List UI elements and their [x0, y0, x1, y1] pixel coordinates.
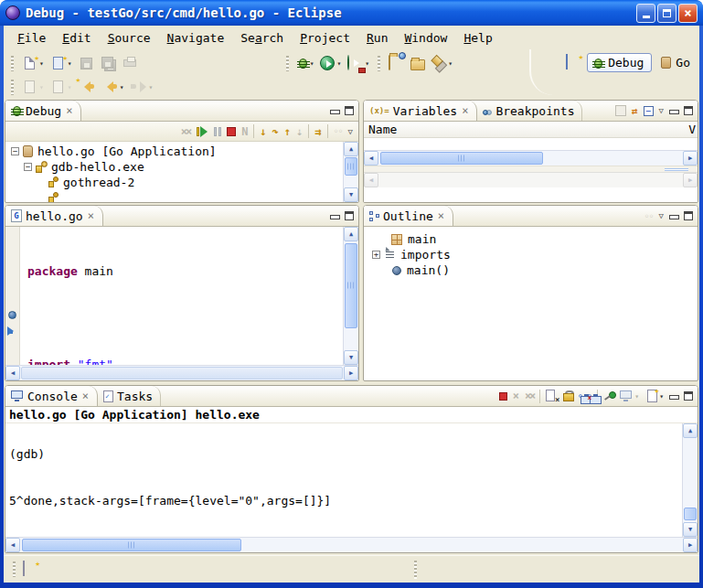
minimize-view-button[interactable] — [669, 392, 678, 401]
hscroll-thumb[interactable] — [22, 539, 241, 551]
variables-column-header[interactable]: Name V — [364, 122, 698, 138]
maximize-view-button[interactable] — [345, 106, 354, 115]
tab-hello-go[interactable]: G hello.go × — [5, 206, 103, 226]
dropdown-icon[interactable]: ▾ — [634, 392, 639, 401]
previous-annotation-button[interactable]: ▾ — [48, 78, 74, 97]
dropdown-icon[interactable]: ▾ — [659, 392, 664, 401]
scroll-left-button[interactable]: ◀ — [364, 151, 378, 166]
console-output[interactable]: (gdb) 5^done,stack-args=[frame={level="0… — [5, 423, 682, 537]
menu-file[interactable]: File — [9, 28, 54, 48]
disconnect-button[interactable]: N — [241, 125, 248, 138]
tab-debug[interactable]: Debug × — [5, 101, 81, 121]
detail-pane[interactable] — [364, 187, 698, 202]
scroll-left-button[interactable]: ◀ — [5, 366, 20, 380]
terminate-button[interactable] — [499, 392, 507, 401]
close-icon[interactable]: × — [437, 209, 445, 222]
code-line[interactable]: package main — [27, 263, 343, 279]
column-value-partial[interactable]: V — [688, 123, 696, 136]
hscroll-thumb[interactable] — [21, 367, 343, 380]
show-stderr-button[interactable]: × — [588, 394, 591, 398]
tab-console[interactable]: Console × — [5, 386, 98, 406]
scroll-down-button[interactable]: ▼ — [344, 187, 358, 202]
maximize-view-button[interactable] — [684, 211, 693, 220]
fast-view-button[interactable]: ★ — [23, 561, 38, 577]
console-hscrollbar[interactable]: ◀ ▶ — [5, 537, 698, 552]
save-all-button[interactable] — [99, 54, 118, 73]
scroll-up-button[interactable]: ▲ — [683, 423, 698, 438]
variables-hscrollbar[interactable]: ◀ ▶ — [364, 150, 698, 166]
menu-help[interactable]: Help — [455, 28, 500, 48]
maximize-view-button[interactable] — [684, 106, 693, 115]
tree-row-launch[interactable]: − hello.go [Go Application] — [5, 144, 343, 159]
pin-console-button[interactable] — [603, 390, 614, 401]
forward-button[interactable]: ▾ — [128, 79, 154, 95]
minimize-view-button[interactable] — [330, 107, 339, 115]
editor-vscrollbar[interactable]: ▲ ▼ — [343, 227, 358, 365]
dropdown-icon[interactable]: ▾ — [39, 59, 44, 68]
perspective-debug-button[interactable]: Debug — [587, 53, 652, 72]
scroll-up-button[interactable]: ▲ — [344, 227, 358, 241]
debug-launch-button[interactable]: ▾ — [295, 55, 316, 71]
dropdown-icon[interactable]: ▾ — [148, 83, 153, 91]
search-button[interactable]: ▾ — [430, 54, 454, 72]
add-watch-button[interactable]: ⇄ — [632, 105, 638, 117]
vscroll-thumb[interactable] — [345, 243, 357, 328]
toolbar-grip[interactable] — [286, 56, 289, 71]
dropdown-icon[interactable]: ▾ — [365, 59, 369, 68]
menu-window[interactable]: Window — [396, 28, 455, 48]
dropdown-icon[interactable]: ▾ — [310, 59, 314, 68]
tab-tasks[interactable]: Tasks — [98, 386, 161, 406]
menu-edit[interactable]: Edit — [54, 28, 99, 48]
close-button[interactable]: × — [678, 4, 698, 23]
next-annotation-button[interactable]: ▾ — [20, 78, 46, 97]
breakpoint-icon[interactable] — [8, 311, 16, 319]
dropdown-icon[interactable]: ▾ — [68, 83, 72, 91]
scroll-down-button[interactable]: ▼ — [683, 522, 698, 537]
maximize-button[interactable] — [657, 4, 676, 23]
title-bar[interactable]: Debug - testGo/src/cmd/hello.go - Eclips… — [0, 0, 703, 26]
minimize-view-button[interactable] — [669, 212, 678, 220]
editor-hscrollbar[interactable]: ◀ ▶ — [5, 365, 358, 380]
outline-item-imports[interactable]: + imports — [364, 247, 698, 262]
scroll-right-button[interactable]: ▶ — [683, 151, 698, 166]
vscroll-thumb[interactable] — [684, 508, 697, 520]
outline-extra-icon[interactable]: ◦◦ — [644, 211, 654, 221]
drop-to-frame-button[interactable]: ⇣ — [296, 125, 303, 138]
last-edit-location-button[interactable]: ★ — [77, 79, 97, 95]
collapse-icon[interactable]: − — [24, 163, 32, 171]
view-menu-icon[interactable]: ▽ — [348, 127, 353, 136]
maximize-view-button[interactable] — [684, 391, 693, 401]
dropdown-icon[interactable]: ▾ — [120, 83, 124, 91]
back-button[interactable]: ▾ — [100, 79, 126, 95]
detail-pane-hscrollbar[interactable]: ◀ ▶ — [364, 172, 698, 187]
show-stdout-button[interactable] — [579, 394, 582, 398]
view-menu-icon[interactable]: ▽ — [659, 211, 664, 220]
close-icon[interactable]: × — [65, 104, 73, 117]
remove-all-terminated-button[interactable]: ×× — [525, 390, 534, 402]
code-line[interactable] — [27, 310, 343, 326]
scroll-down-button[interactable]: ▼ — [344, 350, 358, 365]
code-area[interactable]: package main import "fmt" func main() { … — [20, 227, 343, 365]
debug-extra-icon[interactable]: ◦◦ — [334, 126, 343, 136]
resume-button[interactable] — [196, 126, 208, 137]
dropdown-icon[interactable]: ▾ — [39, 83, 44, 91]
scroll-up-button[interactable]: ▲ — [344, 142, 358, 156]
minimize-view-button[interactable] — [669, 107, 678, 115]
close-icon[interactable]: × — [81, 390, 90, 402]
collapse-all-button[interactable]: − — [644, 106, 654, 116]
show-type-names-button[interactable] — [615, 105, 626, 116]
open-folder-button[interactable] — [409, 55, 427, 72]
display-console-button[interactable]: ▾ — [620, 390, 639, 401]
scroll-lock-button[interactable] — [563, 390, 573, 401]
remove-all-terminated-button[interactable]: ×× — [181, 125, 190, 138]
scroll-left-button[interactable]: ◀ — [5, 538, 20, 552]
debug-tree-vscrollbar[interactable]: ▲ ▼ — [343, 142, 358, 202]
collapse-icon[interactable]: − — [11, 147, 19, 155]
hscroll-thumb[interactable] — [380, 152, 543, 165]
scroll-right-button[interactable]: ▶ — [344, 366, 358, 380]
tree-row-process[interactable]: − gdb-hello.exe — [5, 159, 343, 175]
tree-row-thread[interactable]: gothread-2 — [5, 175, 343, 190]
view-menu-icon[interactable]: ▽ — [659, 106, 664, 115]
step-filters-button[interactable]: ⇉ — [314, 125, 321, 138]
tree-row-partial[interactable] — [5, 190, 343, 202]
